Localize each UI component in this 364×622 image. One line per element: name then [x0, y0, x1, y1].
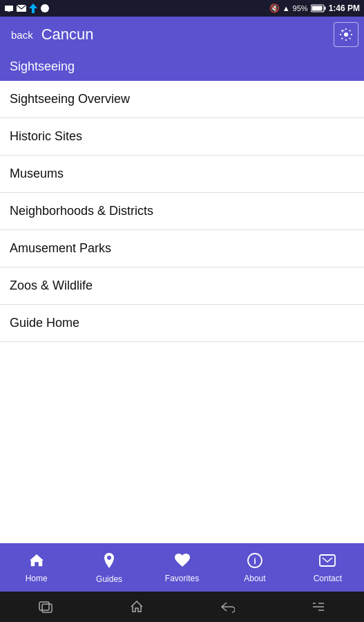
section-header-label: Sightseeing	[10, 59, 75, 73]
bottom-nav: HomeGuidesFavoritesiAboutContact	[0, 543, 364, 592]
battery-percent: 95%	[293, 4, 308, 12]
favorites-icon	[173, 552, 191, 572]
nav-about-button[interactable]: iAbout	[218, 543, 291, 592]
gear-icon	[340, 28, 352, 41]
svg-rect-6	[324, 7, 325, 10]
status-left-icons	[4, 3, 50, 13]
back-button[interactable]: back	[6, 25, 39, 45]
nav-guides-button[interactable]: Guides	[73, 543, 145, 592]
menu-system-button[interactable]	[308, 596, 329, 617]
svg-marker-1	[7, 11, 11, 12]
svg-point-9	[107, 556, 111, 560]
svg-text:i: i	[253, 556, 256, 566]
list-item[interactable]: Guide Home	[0, 305, 364, 342]
svg-marker-3	[29, 3, 37, 13]
list-item[interactable]: Historic Sites	[0, 118, 364, 156]
svg-rect-7	[312, 6, 322, 11]
nav-about-label: About	[244, 574, 265, 583]
about-icon: i	[247, 552, 263, 572]
nav-home-label: Home	[26, 574, 48, 583]
app-icon	[40, 3, 50, 13]
svg-point-4	[41, 4, 49, 12]
svg-rect-13	[42, 604, 52, 612]
svg-rect-0	[5, 6, 13, 11]
back-system-button[interactable]	[217, 596, 238, 617]
nav-contact-label: Contact	[314, 574, 342, 583]
list-item[interactable]: Museums	[0, 156, 364, 193]
contact-icon	[318, 552, 336, 572]
settings-button[interactable]	[334, 22, 358, 47]
home-icon	[28, 552, 46, 572]
status-right-icons: 🔇 ▲ 95% 1:46 PM	[269, 3, 360, 13]
nav-favorites-label: Favorites	[165, 574, 199, 583]
home-button[interactable]	[126, 596, 147, 617]
guides-icon	[102, 552, 117, 572]
list-item[interactable]: Amusement Parks	[0, 230, 364, 267]
nav-contact-button[interactable]: Contact	[291, 543, 364, 592]
nav-favorites-button[interactable]: Favorites	[146, 543, 218, 592]
signal-icon: ▲	[282, 4, 290, 12]
menu-list: Sightseeing OverviewHistoric SitesMuseum…	[0, 81, 364, 543]
nav-home-button[interactable]: Home	[0, 543, 73, 592]
list-item[interactable]: Zoos & Wildlife	[0, 267, 364, 305]
arrow-icon	[29, 3, 37, 13]
svg-point-8	[344, 32, 348, 37]
mail-icon	[17, 5, 26, 12]
recent-apps-button[interactable]	[35, 596, 56, 617]
toolbar-title: Cancun	[41, 26, 334, 44]
status-bar: 🔇 ▲ 95% 1:46 PM	[0, 0, 364, 17]
notification-icon	[4, 3, 14, 13]
list-item[interactable]: Sightseeing Overview	[0, 81, 364, 118]
svg-rect-12	[39, 602, 49, 610]
battery-icon	[311, 4, 326, 12]
mute-icon: 🔇	[269, 3, 280, 13]
android-bar	[0, 592, 364, 622]
nav-guides-label: Guides	[96, 574, 122, 584]
section-header: Sightseeing	[0, 53, 364, 81]
time-display: 1:46 PM	[329, 3, 360, 13]
list-item[interactable]: Neighborhoods & Districts	[0, 193, 364, 230]
toolbar: back Cancun	[0, 17, 364, 53]
